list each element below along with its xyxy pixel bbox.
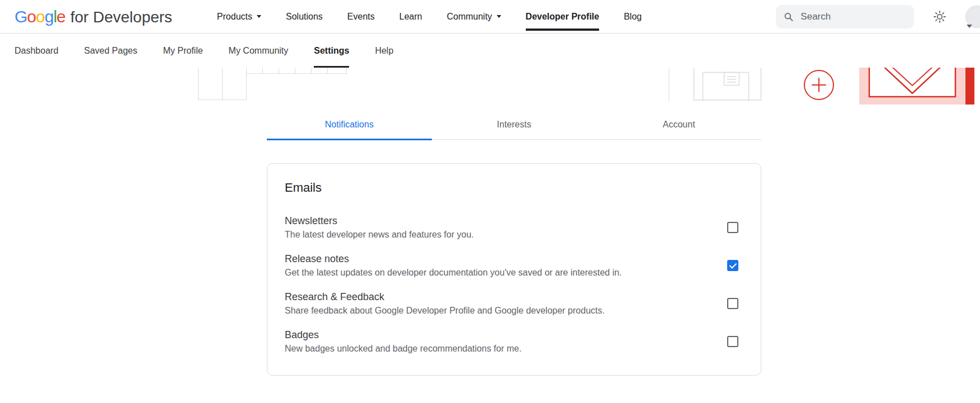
item-title: Badges	[285, 329, 521, 341]
search-input[interactable]	[799, 11, 906, 23]
subnav-item-label: Help	[375, 46, 393, 56]
decoration-cell	[262, 68, 279, 74]
decoration-cell	[311, 68, 328, 74]
research-feedback-checkbox[interactable]	[727, 298, 738, 309]
subnav-item-label: My Profile	[163, 46, 202, 56]
logo-letter: e	[56, 7, 65, 26]
nav-item-learn[interactable]: Learn	[399, 12, 422, 22]
item-description: The latest developer news and features f…	[285, 230, 474, 240]
badges-checkbox[interactable]	[727, 336, 738, 347]
subnav-item-help[interactable]: Help	[375, 34, 393, 68]
main-nav: Products Solutions Events Learn Communit…	[217, 0, 642, 33]
logo-letter: o	[36, 7, 45, 26]
subnav-item-my-community[interactable]: My Community	[229, 34, 289, 68]
tab-interests[interactable]: Interests	[432, 111, 597, 139]
nav-item-label: Blog	[624, 12, 642, 22]
chevron-down-icon	[497, 15, 501, 18]
subnav-item-saved-pages[interactable]: Saved Pages	[84, 34, 137, 68]
logo-letter: o	[27, 7, 36, 26]
subnav-item-settings[interactable]: Settings	[314, 34, 349, 68]
email-item-release-notes: Release notes Get the latest updates on …	[285, 246, 738, 285]
subnav-item-my-profile[interactable]: My Profile	[163, 34, 202, 68]
item-text: Release notes Get the latest updates on …	[285, 253, 622, 278]
header-right	[776, 0, 980, 34]
logo-letter: g	[45, 7, 54, 26]
item-text: Research & Feedback Share feedback about…	[285, 291, 605, 316]
profile-sub-nav: Dashboard Saved Pages My Profile My Comm…	[0, 34, 980, 68]
nav-item-solutions[interactable]: Solutions	[286, 12, 323, 22]
nav-item-label: Developer Profile	[526, 12, 600, 22]
settings-banner-illustration	[0, 68, 980, 105]
item-text: Badges New badges unlocked and badge rec…	[285, 329, 521, 354]
envelope-illustration	[859, 68, 965, 105]
nav-item-products[interactable]: Products	[217, 12, 261, 22]
email-item-badges: Badges New badges unlocked and badge rec…	[285, 323, 738, 361]
item-title: Release notes	[285, 253, 622, 265]
nav-item-label: Learn	[399, 12, 422, 22]
nav-item-label: Solutions	[286, 12, 323, 22]
decoration-cell	[327, 68, 347, 74]
nav-item-label: Community	[447, 12, 492, 22]
decoration-cell	[279, 68, 295, 74]
sun-icon	[933, 10, 946, 23]
search-icon	[784, 11, 793, 22]
logo-suffix: for Developers	[70, 8, 172, 26]
release-notes-checkbox[interactable]	[727, 260, 738, 271]
item-title: Newsletters	[285, 215, 474, 227]
decoration-card-outline	[668, 68, 764, 101]
decoration-square	[198, 68, 223, 100]
chevron-down-icon	[967, 25, 972, 28]
item-description: Share feedback about Google Developer Pr…	[285, 306, 605, 316]
nav-item-label: Events	[347, 12, 375, 22]
subnav-item-label: Saved Pages	[84, 46, 137, 56]
newsletters-checkbox[interactable]	[727, 222, 738, 233]
chevron-down-icon	[257, 15, 261, 18]
subnav-item-label: Settings	[314, 46, 349, 56]
top-header: G o o g l e for Developers Products Solu…	[0, 0, 980, 34]
red-accent-bar	[965, 68, 974, 105]
item-description: Get the latest updates on developer docu…	[285, 268, 622, 278]
google-for-developers-logo[interactable]: G o o g l e for Developers	[15, 7, 172, 26]
email-item-newsletters: Newsletters The latest developer news an…	[285, 208, 738, 246]
decoration-cell	[246, 68, 263, 74]
theme-toggle-button[interactable]	[933, 10, 946, 23]
subnav-item-dashboard[interactable]: Dashboard	[15, 34, 58, 68]
subnav-item-label: Dashboard	[15, 46, 58, 56]
tab-notifications[interactable]: Notifications	[267, 111, 432, 139]
nav-item-label: Products	[217, 12, 252, 22]
nav-item-developer-profile[interactable]: Developer Profile	[526, 12, 600, 22]
item-title: Research & Feedback	[285, 291, 605, 303]
settings-tabs: Notifications Interests Account	[267, 111, 761, 140]
account-menu[interactable]	[965, 0, 980, 34]
email-item-research-feedback: Research & Feedback Share feedback about…	[285, 285, 738, 323]
tab-account[interactable]: Account	[596, 111, 761, 139]
search-box[interactable]	[776, 5, 914, 29]
item-text: Newsletters The latest developer news an…	[285, 215, 474, 240]
nav-item-community[interactable]: Community	[447, 12, 501, 22]
plus-icon	[801, 69, 837, 105]
nav-item-blog[interactable]: Blog	[624, 12, 642, 22]
subnav-item-label: My Community	[229, 46, 289, 56]
card-title: Emails	[285, 181, 738, 195]
settings-content: Notifications Interests Account Emails N…	[267, 111, 761, 376]
decoration-square	[222, 68, 247, 100]
nav-item-events[interactable]: Events	[347, 12, 375, 22]
logo-letter: G	[15, 7, 27, 26]
item-description: New badges unlocked and badge recommenda…	[285, 344, 521, 354]
decoration-cell	[295, 68, 312, 74]
emails-card: Emails Newsletters The latest developer …	[267, 163, 761, 376]
